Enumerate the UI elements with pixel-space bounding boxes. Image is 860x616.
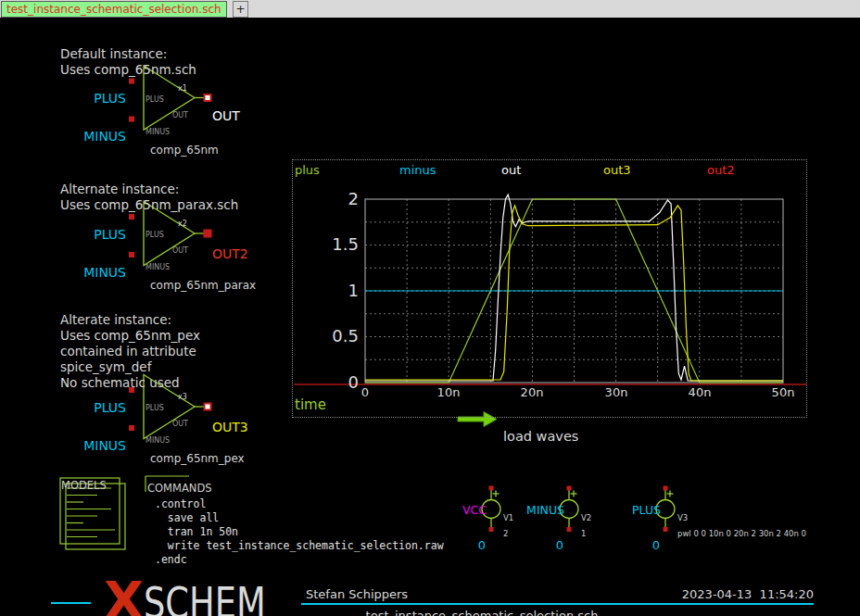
logo-text: SCHEM bbox=[144, 582, 266, 616]
legend-out2[interactable]: out2 bbox=[707, 163, 735, 177]
pin-square bbox=[205, 94, 211, 101]
source-ref-v2: V2 bbox=[581, 514, 591, 523]
pin-label-plus: PLUS bbox=[145, 404, 164, 412]
author-name: Stefan Schippers bbox=[306, 588, 408, 602]
pin-label-minus: MINUS bbox=[145, 128, 170, 136]
legend-minus[interactable]: minus bbox=[399, 163, 436, 177]
x-tick-20n: 20n bbox=[513, 385, 550, 399]
models-label: MODELS bbox=[61, 480, 107, 492]
pin-square bbox=[567, 486, 572, 491]
x-tick-40n: 40n bbox=[681, 385, 718, 399]
footer-underline bbox=[301, 603, 814, 605]
net-label-plus[interactable]: PLUS bbox=[79, 227, 126, 242]
timestamp: 2023-04-13 11:54:20 bbox=[628, 588, 814, 602]
gnd-label[interactable]: 0 bbox=[545, 539, 563, 553]
logo-x-glyph: X bbox=[104, 570, 144, 616]
schematic-canvas[interactable]: Default instance: Uses comp_65nm.sch Alt… bbox=[0, 18, 860, 616]
pin-label-plus: PLUS bbox=[145, 231, 164, 239]
x-tick-0: 0 bbox=[347, 385, 384, 399]
pin-square bbox=[129, 79, 134, 84]
load-waves-launcher[interactable]: load waves bbox=[503, 429, 578, 445]
spice-commands-text[interactable]: .control save all tran 1n 50n write test… bbox=[155, 497, 444, 567]
net-label-minus[interactable]: MINUS bbox=[79, 129, 126, 144]
symbol-name: comp_65nm_parax bbox=[150, 280, 256, 293]
net-label-out[interactable]: OUT2 bbox=[212, 246, 248, 261]
pin-square bbox=[129, 214, 134, 220]
legend-plus[interactable]: plus bbox=[295, 163, 320, 177]
source-ref-v3: V3 bbox=[677, 514, 688, 523]
tab-label: test_instance_schematic_selection.sch bbox=[6, 3, 221, 16]
y-tick-1-5: 1.5 bbox=[303, 234, 359, 254]
source-net-minus[interactable]: MINUS bbox=[509, 504, 564, 517]
net-label-minus[interactable]: MINUS bbox=[79, 438, 126, 453]
x-tick-50n: 50n bbox=[765, 385, 802, 399]
net-label-out[interactable]: OUT bbox=[212, 108, 240, 123]
pin-square bbox=[664, 527, 668, 532]
instance-ref: x2 bbox=[178, 220, 187, 228]
gnd-label[interactable]: 0 bbox=[641, 539, 660, 553]
legend-out3[interactable]: out3 bbox=[603, 163, 631, 177]
pin-square bbox=[205, 231, 211, 237]
net-label-minus[interactable]: MINUS bbox=[79, 265, 126, 280]
net-label-plus[interactable]: PLUS bbox=[79, 400, 126, 415]
schematic-tab[interactable]: test_instance_schematic_selection.sch bbox=[1, 1, 227, 18]
pin-label-out: OUT bbox=[167, 111, 188, 119]
x-tick-10n: 10n bbox=[430, 385, 467, 399]
legend-out[interactable]: out bbox=[501, 163, 521, 177]
pin-square bbox=[129, 252, 134, 258]
net-label-plus[interactable]: PLUS bbox=[79, 91, 126, 106]
y-tick-2: 2 bbox=[303, 189, 359, 208]
pin-square bbox=[664, 486, 668, 491]
source-value-v2: 1 bbox=[581, 530, 586, 539]
source-value-v1: 2 bbox=[503, 530, 508, 539]
source-net-plus[interactable]: PLUS bbox=[605, 504, 661, 517]
instance-ref: x1 bbox=[178, 84, 187, 93]
pin-label-out: OUT bbox=[167, 420, 188, 428]
source-net-vcc[interactable]: VCC bbox=[431, 504, 487, 517]
section-3-heading: Alterate instance: Uses comp_65nm_pex co… bbox=[60, 312, 200, 391]
waveform-plot-area bbox=[293, 160, 808, 419]
pin-label-minus: MINUS bbox=[145, 436, 170, 445]
pin-square bbox=[567, 527, 572, 532]
pin-label-minus: MINUS bbox=[145, 263, 170, 271]
plus-icon: + bbox=[235, 3, 245, 16]
pin-square bbox=[489, 486, 494, 491]
y-tick-1: 1 bbox=[303, 281, 359, 300]
xschem-logo: XSCHEM bbox=[104, 574, 297, 616]
pin-label-plus: PLUS bbox=[145, 95, 164, 104]
symbol-name: comp_65nm bbox=[150, 145, 219, 157]
x-axis-label: time bbox=[295, 396, 326, 413]
symbol-name: comp_65nm_pex bbox=[150, 453, 245, 466]
waveform-graph[interactable]: plus minus out out3 out2 2 1.5 1 0.5 0 0… bbox=[292, 159, 807, 418]
tab-bar: test_instance_schematic_selection.sch + bbox=[0, 0, 860, 18]
section-1-heading: Default instance: Uses comp_65nm.sch bbox=[60, 46, 196, 78]
pin-square bbox=[129, 117, 134, 122]
instance-ref: x3 bbox=[178, 393, 187, 401]
footer-left-line bbox=[51, 602, 91, 604]
commands-label: COMMANDS bbox=[147, 483, 212, 495]
gnd-label[interactable]: 0 bbox=[467, 539, 486, 553]
pin-label-out: OUT bbox=[167, 246, 188, 255]
pin-square bbox=[129, 425, 134, 431]
source-value-v3: pwl 0 0 10n 0 20n 2 30n 2 40n 0 bbox=[677, 530, 806, 539]
new-tab-button[interactable]: + bbox=[233, 1, 248, 18]
sheet-title: test_instance_schematic_selection.sch bbox=[278, 610, 686, 616]
pin-square bbox=[489, 527, 494, 532]
section-2-heading: Alternate instance: Uses comp_65nm_parax… bbox=[60, 182, 238, 213]
x-tick-30n: 30n bbox=[598, 385, 635, 399]
pin-square bbox=[205, 404, 211, 410]
y-tick-0-5: 0.5 bbox=[303, 326, 359, 346]
net-label-out[interactable]: OUT3 bbox=[212, 420, 248, 434]
